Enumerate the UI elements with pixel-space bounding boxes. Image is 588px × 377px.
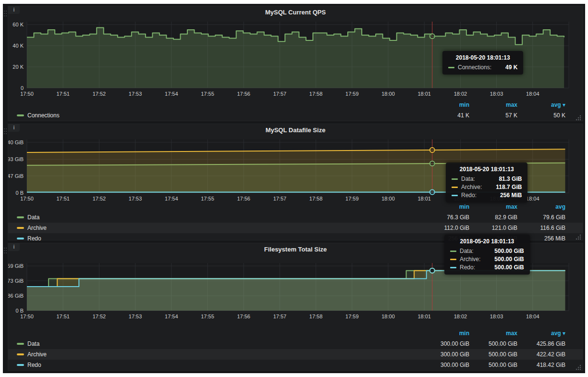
series-dash-icon xyxy=(17,114,24,116)
legend-header-min[interactable]: min xyxy=(421,203,469,210)
legend-avg-value: 422.42 GiB xyxy=(517,351,565,358)
series-dash-icon xyxy=(17,364,24,366)
x-axis-label: 18:03 xyxy=(490,314,503,319)
series-dash-icon xyxy=(450,267,456,268)
x-axis-label: 18:02 xyxy=(454,314,467,319)
panel-drag-handle-icon[interactable] xyxy=(4,248,8,256)
tooltip-row: Archive:500.00 GiB xyxy=(450,256,524,263)
panel-title[interactable]: MySQL Current QPS xyxy=(8,9,583,16)
legend-row-archive[interactable]: Archive 112.0 GiB 121.0 GiB 116.6 GiB xyxy=(8,223,583,233)
legend-header-min[interactable]: min xyxy=(421,101,469,108)
series-dash-icon xyxy=(17,216,24,218)
y-axis-label: 373 GiB xyxy=(8,278,24,284)
hover-point-icon xyxy=(430,148,435,152)
legend-header-avg[interactable]: avg xyxy=(517,203,565,210)
legend-header-max[interactable]: max xyxy=(469,203,517,210)
x-axis-label: 18:02 xyxy=(454,91,467,97)
series-dash-icon xyxy=(17,238,24,239)
x-axis-label: 17:56 xyxy=(237,314,250,319)
tooltip-series-value: 500.00 GiB xyxy=(484,264,524,271)
x-axis-label: 17:57 xyxy=(273,91,287,97)
legend-avg-value: 79.6 GiB xyxy=(517,214,565,221)
legend-header-row: min max avg xyxy=(8,201,583,212)
x-axis-label: 17:53 xyxy=(129,91,142,97)
legend-max-value: 500.00 GiB xyxy=(469,351,517,358)
series-dash-icon xyxy=(17,353,24,355)
panel-drag-handle-icon[interactable] xyxy=(4,11,8,19)
x-axis-label: 17:55 xyxy=(201,196,214,201)
tooltip-panel3: 2018-05-20 18:01:13 Data:500.00 GiB Arch… xyxy=(444,235,530,275)
grafana-dashboard-screenshot: i MySQL Current QPS 020 K40 K60 K17:5017… xyxy=(0,0,588,377)
x-axis-label: 17:53 xyxy=(129,196,142,201)
y-axis-label: 20 K xyxy=(12,64,24,70)
tooltip-series-label: Archive: xyxy=(460,256,480,263)
legend-min-value: 112.0 GiB xyxy=(421,225,469,231)
x-axis-label: 17:54 xyxy=(165,91,178,97)
tooltip-row: Data:500.00 GiB xyxy=(450,248,524,254)
legend-series-label: Data xyxy=(27,340,39,347)
x-axis-label: 18:01 xyxy=(417,314,431,319)
legend-series-label: Redo xyxy=(27,362,41,368)
x-axis-label: 18:01 xyxy=(417,196,431,201)
tooltip-timestamp: 2018-05-20 18:01:13 xyxy=(450,238,524,245)
legend-row-connections[interactable]: Connections 41 K 57 K 50 K xyxy=(8,110,583,121)
legend-min-value: 76.3 GiB xyxy=(421,214,469,221)
legend-header-avg[interactable]: avg ▾ xyxy=(517,330,565,337)
x-axis-label: 17:52 xyxy=(93,314,106,319)
series-dash-icon xyxy=(17,227,24,229)
tooltip-row: Redo:256 MiB xyxy=(452,192,522,199)
legend-header-max[interactable]: max xyxy=(469,330,517,337)
series-dash-icon xyxy=(450,259,456,260)
legend-row-data[interactable]: Data 300.00 GiB 500.00 GiB 425.86 GiB xyxy=(8,339,583,349)
legend-row-data[interactable]: Data 76.3 GiB 82.9 GiB 79.6 GiB xyxy=(8,212,583,223)
x-axis-label: 17:50 xyxy=(20,314,34,319)
x-axis-label: 17:50 xyxy=(20,91,34,97)
tooltip-row: Data:81.3 GiB xyxy=(452,176,522,182)
y-axis-label: 93 GiB xyxy=(8,156,24,162)
legend-row-archive[interactable]: Archive 300.00 GiB 500.00 GiB 422.42 GiB xyxy=(8,349,583,360)
resize-handle-icon[interactable] xyxy=(576,233,581,239)
tooltip-series-label: Data: xyxy=(461,176,475,182)
tooltip-row: Archive:118.7 GiB xyxy=(452,184,522,190)
legend-header-min[interactable]: min xyxy=(421,330,469,337)
x-axis-label: 17:56 xyxy=(237,196,250,201)
series-dash-icon xyxy=(452,178,458,180)
legend-max-value: 500.00 GiB xyxy=(469,340,517,347)
legend-series-label: Connections xyxy=(27,112,60,119)
tooltip-series-label: Archive: xyxy=(461,184,482,190)
panel-drag-handle-icon[interactable] xyxy=(4,128,8,137)
x-axis-label: 17:52 xyxy=(93,91,106,97)
tooltip-panel2: 2018-05-20 18:01:13 Data:81.3 GiB Archiv… xyxy=(446,163,527,202)
tooltip-series-value: 81.3 GiB xyxy=(488,176,522,182)
tooltip-series-value: 49 K xyxy=(495,64,517,71)
x-axis-label: 18:03 xyxy=(490,91,503,97)
legend-max-value: 121.0 GiB xyxy=(469,225,517,231)
legend-max-value: 57 K xyxy=(469,112,517,119)
legend-row-redo[interactable]: Redo 300.00 GiB 500.00 GiB 418.42 GiB xyxy=(8,360,583,370)
legend-series-label: Archive xyxy=(27,351,47,358)
x-axis-label: 17:56 xyxy=(237,91,250,97)
x-axis-label: 17:51 xyxy=(56,314,70,319)
legend-table: min max avg ▾ Data 300.00 GiB 500.00 GiB… xyxy=(8,328,583,370)
series-dash-icon xyxy=(450,251,456,252)
legend-max-value: 82.9 GiB xyxy=(469,214,517,221)
series-dash-icon xyxy=(452,195,458,196)
tooltip-row: Redo:500.00 GiB xyxy=(450,264,524,271)
x-axis-label: 17:57 xyxy=(273,314,287,319)
resize-handle-icon[interactable] xyxy=(576,114,581,120)
series-dash-icon xyxy=(17,343,24,345)
y-axis-label: 47 GiB xyxy=(8,173,24,179)
resize-handle-icon[interactable] xyxy=(576,364,581,369)
x-axis-label: 18:00 xyxy=(381,91,395,97)
x-axis-label: 17:55 xyxy=(201,314,214,319)
x-axis-label: 17:54 xyxy=(165,314,178,319)
legend-header-avg[interactable]: avg ▾ xyxy=(517,101,565,108)
x-axis-label: 17:55 xyxy=(201,91,214,97)
x-axis-label: 18:00 xyxy=(381,196,395,201)
legend-table: min max avg ▾ Connections 41 K 57 K 50 K xyxy=(8,100,583,121)
tooltip-series-value: 500.00 GiB xyxy=(484,256,524,263)
x-axis-label: 17:51 xyxy=(56,196,70,201)
x-axis-label: 17:59 xyxy=(345,91,359,97)
legend-header-max[interactable]: max xyxy=(469,101,517,108)
panel-title[interactable]: MySQL Datafile Size xyxy=(8,126,583,134)
